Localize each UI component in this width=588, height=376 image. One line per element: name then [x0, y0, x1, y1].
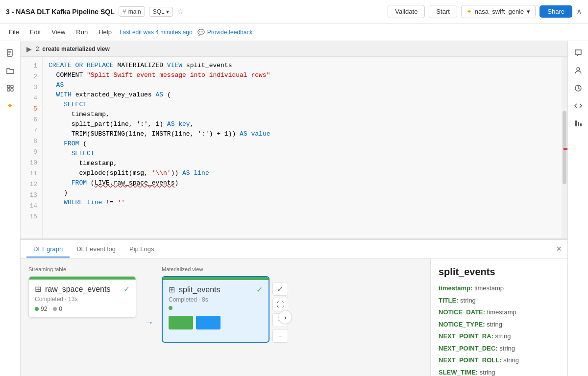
source-node-title-row: ⊞ raw_space_events ✓ [35, 284, 130, 294]
tab-dlt-graph[interactable]: DLT graph [26, 241, 70, 258]
sidebar-right-code[interactable] [570, 98, 586, 114]
page-title: 3 - NASA DLT Kafka Pipeline SQL [6, 8, 115, 16]
sidebar-right-bars[interactable] [570, 116, 586, 131]
schema-row-4: NEXT_POINT_RA: string [439, 331, 560, 341]
sidebar-icon-sparkle[interactable]: ✦ [2, 98, 18, 114]
code-line-11: timestamp, [49, 159, 562, 168]
code-line-9: FROM ( [49, 139, 562, 149]
target-node-title: split_events [179, 285, 252, 294]
dot-green-icon [35, 307, 39, 311]
branch-icon: ⑂ [122, 8, 126, 15]
editor-area: ▶ 2: create materialized view 1234 5 678… [21, 41, 567, 376]
streaming-section: Streaming table ⊞ raw_space_events ✓ Com… [28, 266, 136, 318]
sidebar-icon-folder[interactable] [2, 63, 18, 78]
graph-nav-button[interactable]: › [278, 310, 292, 324]
dlt-graph-content: Streaming table ⊞ raw_space_events ✓ Com… [21, 258, 567, 376]
code-line-1: CREATE OR REPLACE MATERIALIZED VIEW spli… [49, 61, 562, 70]
title-section: 3 - NASA DLT Kafka Pipeline SQL ⑂ main S… [6, 6, 384, 17]
source-node-metrics: 92 0 [35, 306, 130, 312]
sidebar-icon-puzzle[interactable] [2, 80, 18, 96]
graph-arrow: → [136, 317, 162, 328]
language-selector[interactable]: SQL ▾ [149, 7, 173, 17]
chevron-down-icon: ▾ [166, 8, 169, 15]
target-node-status: Completed · 8s [169, 296, 263, 303]
star-button[interactable]: ☆ [177, 7, 184, 16]
genie-chevron-icon: ▾ [527, 8, 530, 15]
schema-field-1: TITLE: [439, 297, 458, 304]
cell-number: 2: [36, 46, 41, 52]
title-bar-actions: Validate Start ✦ nasa_swift_genie ▾ Shar… [388, 5, 582, 18]
cell-name: create materialized view [42, 46, 109, 52]
code-line-3: AS [49, 80, 562, 90]
dot-gray-icon [53, 307, 57, 311]
svg-rect-4 [7, 85, 10, 88]
share-button[interactable]: Share [539, 5, 572, 18]
error-marker [564, 148, 567, 150]
bottom-panel-close[interactable]: × [556, 244, 562, 254]
svg-rect-5 [11, 85, 13, 88]
tab-dlt-event-log[interactable]: DLT event log [70, 241, 122, 258]
sidebar-right-history[interactable] [570, 80, 586, 96]
bottom-panel: DLT graph DLT event log Pip Logs × Strea… [21, 239, 567, 376]
right-sidebar [567, 41, 588, 376]
schema-field-6: NEXT_POINT_ROLL: [439, 356, 502, 364]
mv-node-title-row: ⊞ split_events ✓ [169, 285, 263, 294]
feedback-text: Provide feedback [207, 29, 253, 36]
tab-pip-logs[interactable]: Pip Logs [122, 241, 161, 258]
sidebar-icon-document[interactable] [2, 45, 18, 61]
branch-badge[interactable]: ⑂ main [119, 6, 145, 17]
svg-rect-11 [578, 122, 579, 126]
code-line-13: FROM (LIVE.raw_space_events) [49, 178, 562, 188]
schema-field-2: NOTICE_DATE: [439, 308, 485, 316]
genie-button[interactable]: ✦ nasa_swift_genie ▾ [461, 5, 536, 18]
validate-button[interactable]: Validate [388, 5, 425, 18]
schema-field-3: NOTICE_TYPE: [439, 321, 485, 328]
collapse-button[interactable]: ∧ [576, 7, 582, 16]
left-sidebar: ✦ [0, 41, 21, 376]
code-lines[interactable]: CREATE OR REPLACE MATERIALIZED VIEW spli… [43, 57, 567, 238]
schema-field-4: NEXT_POINT_RA: [439, 332, 493, 340]
feedback-link[interactable]: 💬 Provide feedback [197, 29, 253, 36]
fullscreen-button[interactable]: ⛶ [272, 298, 288, 311]
schema-row-6: NEXT_POINT_ROLL: string [439, 355, 560, 365]
code-content: 1234 5 6789 101112131415 CREATE OR REPLA… [21, 57, 567, 238]
expand-button[interactable]: ⤢ [272, 282, 288, 296]
mv-label: Materialized view [162, 266, 288, 272]
menu-run[interactable]: Run [71, 26, 93, 38]
editor-scrollbar[interactable] [562, 57, 567, 238]
code-line-14: ) [49, 188, 562, 198]
start-button[interactable]: Start [429, 5, 457, 18]
schema-row-5: NEXT_POINT_DEC: string [439, 344, 560, 353]
svg-rect-6 [7, 89, 10, 91]
svg-rect-10 [575, 120, 577, 126]
code-line-7: split_part(line, ':', 1) AS key, [49, 119, 562, 129]
code-line-6: timestamp, [49, 110, 562, 119]
last-edit-label[interactable]: Last edit was 4 minutes ago [120, 29, 193, 36]
genie-label: nasa_swift_genie [475, 8, 524, 15]
target-node[interactable]: ⊞ split_events ✓ Completed · 8s [162, 276, 270, 343]
menu-edit[interactable]: Edit [25, 26, 46, 38]
menu-help[interactable]: Help [94, 26, 117, 38]
schema-field-5: NEXT_POINT_DEC: [439, 345, 498, 352]
editor-header: ▶ 2: create materialized view [21, 41, 567, 57]
zoom-out-button[interactable]: − [272, 329, 288, 343]
sidebar-right-chat[interactable] [570, 45, 586, 61]
play-button[interactable]: ▶ [26, 45, 32, 53]
schema-row-2: NOTICE_DATE: timestamp [439, 307, 560, 317]
streaming-label: Streaming table [28, 266, 136, 272]
metric-gray-value: 0 [59, 306, 62, 312]
source-node[interactable]: ⊞ raw_space_events ✓ Completed · 13s 92 [28, 276, 136, 318]
source-node-title: raw_space_events [45, 285, 120, 294]
schema-row-1: TITLE: string [439, 296, 560, 306]
sidebar-right-person[interactable] [570, 63, 586, 78]
source-node-status: Completed · 13s [35, 296, 130, 303]
bar-blue [196, 316, 220, 329]
mv-check-icon: ✓ [256, 285, 263, 294]
bottom-tabs: DLT graph DLT event log Pip Logs × [21, 240, 567, 258]
menu-view[interactable]: View [47, 26, 70, 38]
menu-file[interactable]: File [4, 26, 24, 38]
code-line-5: SELECT [49, 100, 562, 110]
schema-title: split_events [439, 266, 560, 278]
title-bar: 3 - NASA DLT Kafka Pipeline SQL ⑂ main S… [0, 0, 588, 24]
metric-green: 92 [35, 306, 47, 312]
